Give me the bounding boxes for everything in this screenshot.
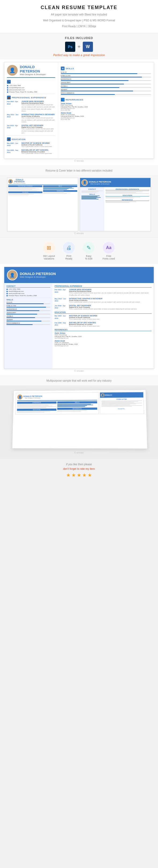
files-label: FILES INCLUDED [3,36,155,39]
feature-label-edit: EasyTo Edit [85,255,93,260]
second-skill-1: UI & UX [6,302,50,304]
envato-watermark-3: © envato [3,369,155,373]
second-phone: +012 3456 7898 [6,288,50,290]
edu-date-1: Mar 2003 - Jun 2012 [7,142,20,148]
ref-2: Abdul Asad AGM, CF Industries Industrial… [61,112,151,120]
star-2: ★ [72,472,76,478]
page-title: CLEAN RESUME TEMPLATE [3,5,155,10]
second-skill-5: JOOMLA [6,315,50,318]
edu-date-2: Feb 2006 - Sep 2011 [7,149,20,155]
edu-content-1: MASTER OF SCIENCE DEGREE Institute of So… [21,142,55,148]
second-skill-3: WORDPRESS [6,308,50,311]
multipurpose-label: Multipurpose sample that will work well … [0,376,158,385]
plus-icon: + [77,44,81,50]
footer-link[interactable]: don't forget to rate my item [63,467,95,470]
resume-right-panel: ★ SKILLS UI & UX HTML & CSS WORDPRESS JA… [58,62,154,158]
exp-content-3: DIGITAL ART DESIGNER Digital Art & Tech … [21,125,55,134]
second-resume-card: 👤 DONALD PIETERSON Web Designer & Develo… [4,267,154,369]
exp-desc-2: This is a placeholder version of lorem i… [21,117,55,123]
exp-content-1: JUNIOR WEB DESIGNER Industrial Developme… [21,100,55,112]
stars-row: ★ ★ ★ ★ ★ [4,472,154,478]
feature-label-variations: Min LayoutVariations [43,255,55,260]
feature-fonts: Aa FreeFonts Used [103,242,115,260]
second-resume-title: Web Designer & Developer [20,276,56,278]
star-5: ★ [87,472,92,478]
variations-section: 👤 DONALD PIETERSON Web Designer & Develo… [0,176,158,238]
second-edu-2: Feb 2006 - Sep 2011 BACHELOR OF ART HONO… [55,322,152,328]
dot-icon [7,91,8,93]
exp-date-2: May 2012 - Jun 2013 [7,114,20,123]
contact-icon: 📞 [7,80,11,84]
angled-mockup: 👤 DONALD PIETERSON Web Designer & Develo… [12,390,148,449]
experience-title: PROFESSIONAL EXPERIENCE [12,96,46,99]
edu-desc-1: This is placeholder version of lorem ips… [21,146,55,148]
edu-item-1: Mar 2003 - Jun 2012 MASTER OF SCIENCE DE… [7,142,55,148]
mini-resume-2: 👤 DONALD PIETERSON Web Designer & Develo… [80,178,151,231]
resume-name-block: 👤 DONALD PIETERSON Web Designer & Develo… [7,65,55,78]
envato-watermark-2: © envato [3,231,155,236]
ref-icon: 👥 [61,98,64,101]
edu-item-2: Feb 2006 - Sep 2011 BACHELOR OF ART HONO… [7,149,55,155]
footer-text: if you like then please [4,463,154,466]
files-section: FILES INCLUDED Ps + W Perfect way to mak… [0,34,158,59]
avatar: 👤 [7,65,18,75]
skill-2: HTML & CSS [61,75,151,78]
second-edu-1: Mar 2003 - Jun 2012 MASTER OF SCIENCE DE… [55,315,152,320]
subtitle-line-2: Well Organised & Grouped layer | PSD & M… [3,19,155,23]
references-title: REFERRANCES [65,99,83,101]
education-section-header: 🎓 EDUCATION [7,137,55,141]
skill-name-5: JOOMLA [61,85,151,87]
second-resume-header: 👤 DONALD PIETERSON Web Designer & Develo… [4,267,154,283]
contact-email: doe@4566gmail.com [7,87,55,89]
second-resume-name: DONALD PIETERSON [20,272,56,276]
photoshop-icon: Ps [65,42,75,52]
layout-variations-icon: ⊞ [43,242,55,254]
ref-1: Zahir Abbas CEO, Fire Group Industrial P… [61,103,151,111]
resume-preview-section: 👤 DONALD PIETERSON Web Designer & Develo… [0,59,158,166]
skill-7: WOOCOMMERCE [61,92,151,95]
second-email: doe@4566gmail.com [6,290,50,292]
resume-job-title: Web Designer & Developer [20,73,46,75]
education-title: EDUCATION [12,138,25,141]
second-exp-2: May 2012 - Jun 2013 INTERACTIVE GRAPHICS… [55,298,152,303]
second-skill-4: JAVASCRIPT [6,312,50,314]
skills-icon: ★ [61,66,64,70]
features-row: ⊞ Min LayoutVariations 🖨 PrintReady ✎ Ea… [0,238,158,264]
exp-role-2: INTERACTIVE GRAPHICS DESIGNER [21,114,55,116]
edu-desc-2: This is placeholder version of lorem ips… [21,153,55,155]
ref-name-1: Zahir Abbas [61,103,151,104]
exp-item-1: Feb 2012 - Apr 2013 JUNIOR WEB DESIGNER … [7,100,55,112]
footer-section: if you like then please don't forget to … [0,459,158,482]
exp-role-3: DIGITAL ART DESIGNER [21,125,55,126]
skill-6: JQUERY [61,89,151,91]
fonts-used-icon: Aa [103,242,114,254]
feature-edit: ✎ EasyTo Edit [83,242,95,260]
ref-phone-2: 0123-456-789 [61,119,151,120]
exp-content-2: INTERACTIVE GRAPHICS DESIGNER Acme Group… [21,114,55,123]
skill-name-1: UI & UX [61,71,151,73]
skill-name-4: JAVASCRIPT [61,82,151,83]
skill-name-3: WORDPRESS [61,78,151,80]
two-resumes-container: 👤 DONALD PIETERSON Web Designer & Develo… [3,178,155,231]
second-ref-1: Zahir Abbas CEO, Fire Group Industrial P… [55,332,152,339]
mini-resume-1: 👤 DONALD PIETERSON Web Designer & Develo… [7,178,78,231]
exp-desc-3: This is a placeholder version of lorem i… [21,128,55,134]
resume-name-line2: PIETERSON [20,69,46,73]
second-skill-6: JQUERY [6,319,50,321]
exp-item-2: May 2012 - Jun 2013 INTERACTIVE GRAPHICS… [7,114,55,123]
second-resume-body: CONTACT +012 3456 7898 doe@4566gmail.com… [4,283,154,369]
ref-name-2: Abdul Asad [61,112,151,114]
page-header: CLEAN RESUME TEMPLATE A4 paper size temp… [0,0,158,34]
exp-desc-1: This is a placeholder version of lorem i… [21,104,55,112]
second-exp-3: Jan 2010 - Apr 2012 DIGITAL ART DESIGNER… [55,305,152,310]
skill-3: WORDPRESS [61,78,151,81]
feature-variations: ⊞ Min LayoutVariations [43,242,55,260]
resume-left-panel: 👤 DONALD PIETERSON Web Designer & Develo… [4,62,58,158]
edu-degree-2: BACHELOR OF ART HONORS [21,149,55,151]
skill-name-2: HTML & CSS [61,75,151,76]
files-tagline: Perfect way to make a great impression [3,54,155,57]
dot-icon [7,89,8,91]
second-exp-1: Feb 2012 - Apr 2013 JUNIOR WEB DESIGNER … [55,289,152,296]
resume-name-line1: DONALD [20,65,46,69]
second-skill-7: WOOCOMMERCE [6,322,50,325]
